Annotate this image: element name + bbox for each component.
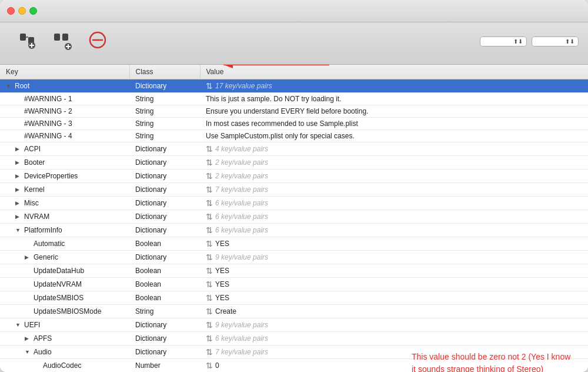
value-text: 7 key/value pairs bbox=[215, 348, 268, 356]
stepper-icon[interactable]: ⇅ bbox=[206, 212, 213, 221]
key-cell: ▶DeviceProperties bbox=[0, 170, 129, 183]
expand-arrow[interactable]: ▶ bbox=[15, 173, 22, 179]
minimize-button[interactable] bbox=[18, 7, 26, 15]
expand-arrow[interactable]: ▼ bbox=[15, 322, 22, 328]
table-row[interactable]: UpdateSMBIOSBoolean⇅YES bbox=[0, 291, 588, 305]
expand-arrow[interactable]: ▶ bbox=[15, 214, 22, 220]
table-row[interactable]: ▶DevicePropertiesDictionary⇅2 key/value … bbox=[0, 170, 588, 183]
key-cell: Automatic bbox=[0, 237, 129, 251]
stepper-icon[interactable]: ⇅ bbox=[206, 361, 213, 370]
table-row[interactable]: #WARNING - 1StringThis is just a sample.… bbox=[0, 93, 588, 105]
stepper-icon[interactable]: ⇅ bbox=[206, 239, 213, 248]
table-row[interactable]: ▼PlatformInfoDictionary⇅6 key/value pair… bbox=[0, 224, 588, 237]
table-row[interactable]: ▶NVRAMDictionary⇅6 key/value pairs bbox=[0, 210, 588, 224]
class-cell: String bbox=[129, 130, 200, 142]
class-cell: String bbox=[129, 118, 200, 130]
stepper-icon[interactable]: ⇅ bbox=[206, 158, 213, 167]
table-row[interactable]: ▶APFSDictionary⇅6 key/value pairs bbox=[0, 332, 588, 346]
expand-arrow[interactable]: ▶ bbox=[15, 200, 22, 206]
class-cell: Dictionary bbox=[129, 156, 200, 170]
expand-arrow[interactable]: ▶ bbox=[25, 336, 32, 341]
stepper-icon[interactable]: ⇅ bbox=[206, 280, 213, 289]
stepper-icon[interactable]: ⇅ bbox=[206, 293, 213, 303]
value-cell: ⇅2 key/value pairs bbox=[200, 170, 588, 183]
class-cell: Dictionary bbox=[129, 183, 200, 197]
stepper-icon[interactable]: ⇅ bbox=[206, 81, 213, 91]
value-cell: ⇅YES bbox=[200, 278, 588, 291]
stepper-icon[interactable]: ⇅ bbox=[206, 347, 213, 357]
value-cell: ⇅YES bbox=[200, 291, 588, 305]
stepper-icon[interactable]: ⇅ bbox=[206, 334, 213, 343]
table-row[interactable]: ▼AudioDictionary⇅7 key/value pairs bbox=[0, 346, 588, 359]
toolbar: ⬆⬇ ⬆⬇ bbox=[0, 22, 588, 65]
expand-arrow[interactable]: ▶ bbox=[15, 160, 22, 165]
table-row[interactable]: ▶GenericDictionary⇅9 key/value pairs bbox=[0, 251, 588, 264]
stepper-icon[interactable]: ⇅ bbox=[206, 225, 213, 235]
table-row[interactable]: UpdateSMBIOSModeString⇅Create bbox=[0, 305, 588, 318]
class-cell: Number bbox=[129, 359, 200, 373]
class-cell: Dictionary bbox=[129, 332, 200, 346]
key-cell: ▶NVRAM bbox=[0, 210, 129, 224]
expand-arrow[interactable]: ▶ bbox=[15, 187, 22, 192]
table-row[interactable]: #WARNING - 4StringUse SampleCustom.plist… bbox=[0, 130, 588, 142]
value-cell: ⇅7 key/value pairs bbox=[200, 183, 588, 197]
key-text: Automatic bbox=[34, 240, 65, 248]
stepper-icon[interactable]: ⇅ bbox=[206, 171, 213, 181]
expand-arrow[interactable]: ▶ bbox=[15, 146, 22, 152]
key-text: UEFI bbox=[24, 321, 40, 329]
value-cell: ⇅YES bbox=[200, 237, 588, 251]
value-cell: Use SampleCustom.plist only for special … bbox=[200, 130, 588, 142]
table-row[interactable]: ▶MiscDictionary⇅6 key/value pairs bbox=[0, 197, 588, 210]
stepper-icon[interactable]: ⇅ bbox=[206, 253, 213, 262]
table-row[interactable]: UpdateDataHubBoolean⇅YES bbox=[0, 264, 588, 278]
key-text: Generic bbox=[34, 253, 58, 261]
format-select[interactable]: ⬆⬇ bbox=[480, 36, 527, 46]
class-cell: String bbox=[129, 305, 200, 318]
maximize-button[interactable] bbox=[29, 7, 37, 15]
stepper-icon[interactable]: ⇅ bbox=[206, 320, 213, 330]
expand-arrow[interactable]: ▼ bbox=[6, 83, 13, 89]
view-as-chevron: ⬆⬇ bbox=[565, 38, 574, 45]
value-cell: ⇅6 key/value pairs bbox=[200, 224, 588, 237]
key-cell: UpdateSMBIOS bbox=[0, 291, 129, 305]
stepper-icon[interactable]: ⇅ bbox=[206, 266, 213, 275]
value-text: 9 key/value pairs bbox=[215, 321, 268, 329]
value-text: 2 key/value pairs bbox=[215, 172, 268, 180]
key-text: UpdateNVRAM bbox=[34, 280, 82, 288]
table-container[interactable]: Key Class Value ▼RootDictionary⇅17 key/v… bbox=[0, 65, 588, 372]
table-row[interactable]: AudioCodecNumber⇅0 bbox=[0, 359, 588, 373]
table-row[interactable]: ▼RootDictionary⇅17 key/value pairs bbox=[0, 79, 588, 93]
value-text: 17 key/value pairs bbox=[215, 82, 272, 90]
table-row[interactable]: ▶ACPIDictionary⇅4 key/value pairs bbox=[0, 142, 588, 156]
table-row[interactable]: ▼UEFIDictionary⇅9 key/value pairs bbox=[0, 318, 588, 332]
stepper-icon[interactable]: ⇅ bbox=[206, 198, 213, 208]
table-row[interactable]: AutomaticBoolean⇅YES bbox=[0, 237, 588, 251]
class-cell: Dictionary bbox=[129, 142, 200, 156]
stepper-icon[interactable]: ⇅ bbox=[206, 307, 213, 316]
table-row[interactable]: ▶BooterDictionary⇅2 key/value pairs bbox=[0, 156, 588, 170]
delete-button[interactable] bbox=[80, 26, 115, 61]
new-sibling-icon bbox=[53, 31, 72, 53]
expand-arrow[interactable]: ▼ bbox=[25, 349, 32, 355]
new-child-button[interactable] bbox=[9, 26, 45, 60]
key-text: Audio bbox=[34, 348, 52, 356]
table-row[interactable]: ▶KernelDictionary⇅7 key/value pairs bbox=[0, 183, 588, 197]
expand-arrow[interactable]: ▶ bbox=[25, 254, 32, 260]
table-row[interactable]: #WARNING - 3StringIn most cases recommen… bbox=[0, 118, 588, 130]
new-sibling-button[interactable] bbox=[45, 26, 80, 60]
table-row[interactable]: #WARNING - 2StringEnsure you understand … bbox=[0, 105, 588, 118]
key-text: Kernel bbox=[24, 185, 45, 194]
value-cell: ⇅0 bbox=[200, 359, 588, 373]
traffic-lights bbox=[7, 7, 37, 15]
stepper-icon[interactable]: ⇅ bbox=[206, 144, 213, 154]
key-text: #WARNING - 3 bbox=[24, 119, 72, 128]
table-header: Key Class Value bbox=[0, 65, 588, 79]
expand-arrow[interactable]: ▼ bbox=[15, 227, 22, 233]
table-row[interactable]: UpdateNVRAMBoolean⇅YES bbox=[0, 278, 588, 291]
class-cell: Dictionary bbox=[129, 251, 200, 264]
close-button[interactable] bbox=[7, 7, 15, 15]
view-as-select[interactable]: ⬆⬇ bbox=[532, 36, 579, 46]
key-text: #WARNING - 4 bbox=[24, 132, 72, 140]
stepper-icon[interactable]: ⇅ bbox=[206, 185, 213, 194]
class-cell: Boolean bbox=[129, 291, 200, 305]
